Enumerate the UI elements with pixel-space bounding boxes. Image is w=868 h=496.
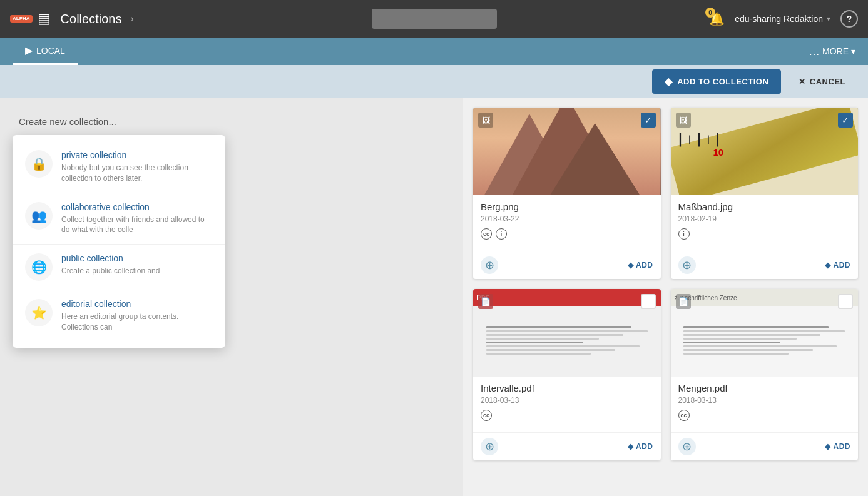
tab-local[interactable]: ▶ LOCAL [13, 38, 78, 65]
add-label-massband: ADD [834, 261, 851, 270]
card-checkbox-berg[interactable]: ✓ [641, 113, 656, 128]
create-collection-trigger[interactable]: Create new collection... [19, 116, 116, 127]
card-thumb-massband: 10 🖼 ✓ [671, 108, 859, 195]
card-title-massband: Maßband.jpg [678, 201, 851, 212]
mountain-thumbnail [473, 108, 661, 195]
card-date-intervalle: 2018-03-13 [481, 396, 653, 405]
card-add-button-intervalle[interactable]: ◆ ADD [628, 442, 653, 451]
card-checkbox-massband[interactable]: ✓ [838, 113, 853, 128]
people-icon: 👥 [31, 208, 47, 223]
cancel-label: CANCEL [810, 77, 845, 86]
media-grid: 🖼 ✓ Berg.png 2018-03-22 cc i ⊕ ◆ ADD [463, 98, 868, 496]
public-item-text: public collection Create a public collec… [61, 253, 213, 276]
media-card-berg: 🖼 ✓ Berg.png 2018-03-22 cc i ⊕ ◆ ADD [473, 108, 661, 279]
user-name: edu-sharing Redaktion [735, 14, 823, 24]
card-date-massband: 2018-02-19 [678, 215, 851, 223]
add-collection-label: ADD TO COLLECTION [677, 77, 768, 86]
pdf-type-icon-intervalle: 📄 [478, 294, 493, 309]
info-icon-massband: i [678, 228, 690, 240]
card-body-mengen: Mengen.pdf 2018-03-13 cc [671, 377, 859, 432]
card-license-icons-mengen: cc [678, 410, 851, 421]
card-license-icons-intervalle: cc [481, 410, 653, 421]
add-to-collection-button[interactable]: ◆ ADD TO COLLECTION [652, 69, 782, 94]
more-tab-label: MORE [822, 46, 849, 56]
dropdown-item-collaborative[interactable]: 👥 collaborative collection Collect toget… [13, 193, 225, 245]
ruler-thumbnail: 10 [671, 108, 859, 195]
add-label-intervalle: ADD [636, 442, 653, 451]
card-nav-button-berg[interactable]: ⊕ [481, 256, 498, 274]
alpha-text: ALPHA [13, 16, 30, 21]
chevron-down-icon: ▾ [827, 14, 830, 23]
search-input[interactable] [372, 9, 497, 29]
dropdown-item-editorial[interactable]: ⭐ editorial collection Here an editorial… [13, 290, 225, 342]
help-icon: ? [847, 14, 852, 24]
card-title-intervalle: Intervalle.pdf [481, 383, 653, 393]
card-add-button-massband[interactable]: ◆ ADD [825, 261, 850, 270]
notification-button[interactable]: 0 🔔 [709, 11, 725, 26]
media-card-massband: 10 🖼 ✓ Maßband.jpg 2018-02-19 i ⊕ ◆ ADD [671, 108, 859, 279]
tab-more[interactable]: … MORE ▾ [809, 45, 855, 58]
more-tab-icon: … [809, 45, 820, 58]
pdf-light-thumbnail: zur schriftlichen Zenze [671, 289, 859, 377]
card-add-button-berg[interactable]: ◆ ADD [628, 261, 653, 270]
pdf-red-thumbnail: PDF [473, 289, 661, 377]
lock-icon: 🔒 [31, 156, 47, 171]
card-footer-massband: ⊕ ◆ ADD [671, 251, 859, 279]
dropdown-item-private[interactable]: 🔒 private collection Nobody but you can … [13, 141, 225, 193]
card-thumb-intervalle: PDF 📄 [473, 289, 661, 377]
card-add-button-mengen[interactable]: ◆ ADD [825, 442, 850, 451]
create-collection-label: Create new collection... [19, 116, 116, 127]
breadcrumb-chevron: › [130, 13, 133, 24]
editorial-item-text: editorial collection Here an editorial g… [61, 299, 213, 333]
card-license-icons-berg: cc i [481, 228, 653, 240]
dropdown-item-public[interactable]: 🌐 public collection Create a public coll… [13, 245, 225, 290]
cancel-icon: ✕ [799, 77, 806, 86]
add-icon-intervalle: ◆ [628, 442, 634, 451]
cc-icon-mengen: cc [678, 410, 690, 421]
card-footer-mengen: ⊕ ◆ ADD [671, 432, 859, 460]
tabs-bar: ▶ LOCAL … MORE ▾ [0, 38, 868, 65]
card-body-massband: Maßband.jpg 2018-02-19 i [671, 195, 859, 251]
card-nav-button-intervalle[interactable]: ⊕ [481, 438, 498, 455]
user-menu[interactable]: edu-sharing Redaktion ▾ [735, 14, 830, 24]
card-nav-button-massband[interactable]: ⊕ [678, 256, 696, 274]
main-content: Create new collection... 🔒 private colle… [0, 98, 868, 496]
more-chevron-icon: ▾ [851, 46, 855, 56]
public-collection-desc: Create a public collection and [61, 266, 213, 276]
collaborative-collection-title: collaborative collection [61, 202, 213, 212]
cc-icon-intervalle: cc [481, 410, 492, 421]
add-icon-berg: ◆ [628, 261, 634, 270]
cancel-button[interactable]: ✕ CANCEL [789, 71, 855, 93]
app-title: Collections [61, 12, 122, 26]
card-nav-button-mengen[interactable]: ⊕ [678, 438, 696, 455]
editorial-collection-title: editorial collection [61, 299, 213, 309]
private-icon-wrapper: 🔒 [25, 150, 53, 178]
add-collection-icon: ◆ [665, 76, 673, 88]
add-label-mengen: ADD [834, 442, 851, 451]
left-panel: Create new collection... 🔒 private colle… [0, 98, 463, 496]
local-tab-icon: ▶ [25, 44, 33, 56]
card-checkbox-intervalle[interactable] [641, 294, 656, 309]
card-date-mengen: 2018-03-13 [678, 396, 851, 405]
search-area[interactable] [372, 9, 497, 29]
pdf-type-icon-mengen: 📄 [676, 294, 691, 309]
collaborative-collection-desc: Collect together with friends and allowe… [61, 215, 213, 236]
collection-type-dropdown: 🔒 private collection Nobody but you can … [13, 135, 225, 348]
editorial-icon-wrapper: ⭐ [25, 299, 53, 326]
private-collection-title: private collection [61, 150, 213, 160]
app-header: ALPHA ▤ Collections › 0 🔔 edu-sharing Re… [0, 0, 868, 38]
private-item-text: private collection Nobody but you can se… [61, 150, 213, 184]
info-icon: i [496, 228, 507, 240]
card-thumb-berg: 🖼 ✓ [473, 108, 661, 195]
add-icon-massband: ◆ [825, 261, 831, 270]
media-card-intervalle: PDF 📄 Interval [473, 289, 661, 460]
card-thumb-mengen: zur schriftlichen Zenze 📄 [671, 289, 859, 377]
add-icon-mengen: ◆ [825, 442, 831, 451]
action-bar: ◆ ADD TO COLLECTION ✕ CANCEL [0, 65, 868, 98]
card-title-mengen: Mengen.pdf [678, 383, 851, 393]
diagonal-overlay [338, 98, 463, 496]
public-icon-wrapper: 🌐 [25, 253, 53, 281]
help-button[interactable]: ? [840, 10, 858, 28]
collaborative-icon-wrapper: 👥 [25, 202, 53, 230]
card-checkbox-mengen[interactable] [838, 294, 853, 309]
